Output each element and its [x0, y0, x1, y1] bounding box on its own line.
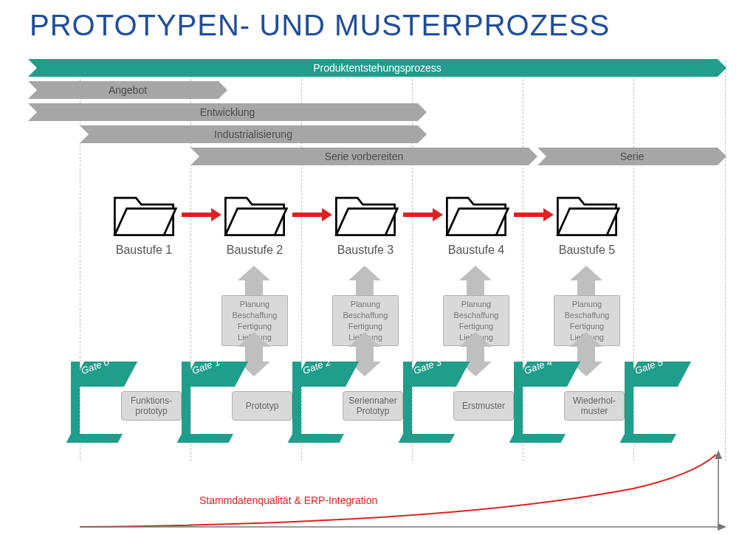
bar-label: Produktentstehungsprozess: [313, 62, 441, 74]
folder-icon: [111, 186, 177, 239]
flow-arrow-icon: [292, 213, 323, 217]
stage-box: Wiederhol- muster: [564, 391, 625, 421]
baustufe-label: Baustufe 5: [546, 244, 628, 257]
svg-marker-3: [718, 523, 726, 531]
bar-label: Entwicklung: [200, 106, 255, 118]
baustufe-label: Baustufe 3: [325, 244, 406, 257]
bar-serie-vorbereiten: Serie vorbereiten: [190, 148, 537, 165]
bar-label: Angebot: [109, 84, 147, 96]
quality-curve: [80, 450, 729, 531]
guide-line: [725, 61, 726, 461]
folder-icon: [443, 186, 509, 239]
bar-produktentstehung: Produktentstehungsprozess: [28, 59, 726, 77]
stage-box: Erstmuster: [453, 391, 514, 421]
stage-box: Funktions- prototyp: [121, 391, 182, 421]
bar-industrialisierung: Industrialisierung: [80, 125, 427, 143]
flow-arrow-icon: [182, 213, 213, 217]
folder-icon: [221, 186, 288, 239]
baustufe-label: Baustufe 2: [214, 244, 295, 257]
page-title: PROTOTYPEN- UND MUSTERPROZESS: [30, 9, 610, 42]
folder-icon: [332, 186, 399, 239]
stage-box: Seriennaher Prototyp: [343, 391, 403, 421]
diagram-stage: PROTOTYPEN- UND MUSTERPROZESS Produktent…: [0, 0, 756, 535]
stage-box: Prototyp: [232, 391, 292, 421]
bar-label: Industrialisierung: [214, 128, 292, 140]
bar-label: Serie: [620, 151, 645, 162]
flow-arrow-icon: [514, 213, 545, 217]
bar-label: Serie vorbereiten: [325, 151, 404, 162]
baustufe-label: Baustufe 4: [436, 244, 517, 257]
bar-angebot: Angebot: [28, 81, 227, 99]
gate-5: Gate 5: [625, 362, 691, 443]
bar-serie: Serie: [537, 148, 726, 165]
curve-label: Stammdatenqualität & ERP-Integration: [199, 494, 377, 506]
baustufe-label: Baustufe 1: [103, 244, 185, 257]
bar-entwicklung: Entwicklung: [28, 103, 427, 121]
flow-arrow-icon: [403, 213, 434, 217]
folder-icon: [554, 186, 620, 239]
